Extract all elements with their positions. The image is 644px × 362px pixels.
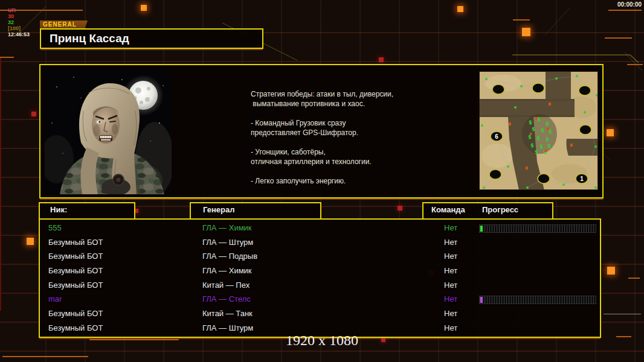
player-row: Безумный БОТ ГЛА — Штурм Нет [40, 235, 600, 250]
player-row: Безумный БОТ ГЛА — Подрыв Нет [40, 249, 600, 264]
map-preview: $$$ $$$ $$$ $$$ $$ [479, 71, 598, 190]
decor-line [604, 314, 641, 314]
fps-label: UR [8, 7, 16, 13]
player-nick: Безумный БОТ [48, 252, 103, 261]
decor-line [2, 356, 88, 357]
player-nick: mar [48, 294, 62, 303]
resolution-label: 1920 x 1080 [242, 332, 402, 349]
svg-text:$: $ [547, 143, 551, 149]
decor-square [27, 238, 34, 245]
player-team: Нет [444, 238, 457, 247]
player-row: Безумный БОТ Китай — Пех Нет [40, 278, 600, 293]
player-team: Нет [444, 294, 457, 303]
player-list: 555 ГЛА — Химик Нет Безумный БОТ ГЛА — Ш… [40, 221, 600, 337]
decor-line [513, 19, 530, 21]
decor-square [379, 57, 384, 62]
player-nick: Безумный БОТ [48, 323, 103, 332]
strategy-line: выматывание противника и хаос. [251, 99, 450, 109]
strategy-line: отличная артиллерия и технологии. [251, 157, 450, 167]
player-team: Нет [444, 252, 457, 261]
decor-line [627, 64, 643, 65]
clock-readout: 12:46:53 [8, 31, 30, 37]
player-loading-table: 555 ГЛА — Химик Нет Безумный БОТ ГЛА — Ш… [39, 218, 601, 338]
player-general: ГЛА — Штурм [202, 238, 253, 247]
decor-line [89, 339, 179, 340]
player-row: mar ГЛА — Стелс Нет [40, 292, 600, 306]
player-general: ГЛА — Химик [202, 266, 252, 275]
decor-square [457, 6, 463, 12]
svg-text:$: $ [546, 136, 549, 142]
player-general: ГЛА — Химик [202, 223, 252, 232]
fps-counter: UR 30 32 [100] 12:46:53 [2, 1, 32, 43]
general-tab: GENERAL [40, 21, 88, 29]
svg-text:$: $ [536, 135, 540, 141]
strategy-line [251, 109, 450, 118]
decor-square [607, 267, 615, 275]
strategy-line: предоставляет GPS-Шифратор. [251, 128, 450, 138]
svg-text:$: $ [535, 149, 538, 155]
svg-text:$: $ [541, 127, 544, 133]
player-team: Нет [444, 266, 457, 275]
player-nick: Безумный БОТ [48, 238, 103, 247]
progress-fill [480, 297, 483, 303]
progress-fill [480, 226, 483, 232]
strategy-line: - Командный Грузовик сразу [251, 118, 450, 128]
progress-header-label: Прогресс [482, 203, 518, 217]
strategy-line [251, 138, 450, 147]
column-header-team-progress: Команда Прогресс [422, 202, 553, 220]
svg-text:$: $ [529, 119, 532, 125]
progress-bar [479, 224, 596, 233]
decor-line [628, 278, 640, 279]
loading-screen: UR 30 32 [100] 12:46:53 00:00:00 GENERAL… [0, 0, 644, 362]
player-row: Безумный БОТ Китай — Танк Нет [40, 306, 600, 321]
player-general: ГЛА — Подрыв [202, 252, 257, 261]
player-nick: 555 [48, 223, 62, 232]
player-team: Нет [444, 323, 457, 332]
fps-value3: [100] [8, 25, 21, 31]
screen-edge-line [0, 57, 1, 311]
player-nick: Безумный БОТ [48, 309, 103, 318]
strategy-line: - Угонщики, саботёры, [251, 147, 450, 157]
start-marker-1: 1 [580, 176, 584, 182]
page-title: Принц Кассад [41, 30, 262, 48]
progress-bar [479, 296, 596, 304]
decor-square [31, 112, 36, 116]
game-timer: 00:00:00 [617, 1, 642, 8]
team-header-label: Команда [431, 203, 465, 217]
general-info-panel: Стратегия победы: атаки в тыл, диверсии,… [39, 64, 604, 198]
player-team: Нет [444, 223, 457, 232]
decor-line [616, 336, 631, 337]
strategy-line [251, 167, 450, 176]
general-header-label: Генерал [191, 203, 320, 217]
decor-line [608, 10, 642, 11]
general-title-box: Принц Кассад [40, 28, 263, 49]
decor-square [607, 129, 614, 136]
svg-text:$: $ [532, 126, 535, 132]
svg-text:$: $ [530, 142, 534, 148]
fps-value2: 32 [8, 19, 14, 25]
player-row: 555 ГЛА — Химик Нет [40, 221, 600, 235]
decor-square [522, 28, 530, 36]
nick-header-label: Ник: [40, 203, 134, 217]
fps-value1: 30 [8, 13, 14, 19]
start-marker-6: 6 [495, 133, 498, 140]
player-row: Безумный БОТ ГЛА — Химик Нет [40, 264, 600, 278]
svg-text:$: $ [546, 121, 549, 127]
player-general: ГЛА — Стелс [202, 294, 251, 303]
column-header-general: Генерал [190, 202, 321, 220]
decor-square [141, 5, 147, 11]
player-general: Китай — Пех [202, 281, 250, 290]
player-nick: Безумный БОТ [48, 281, 103, 290]
strategy-line: Стратегия победы: атаки в тыл, диверсии, [251, 89, 450, 99]
player-general: Китай — Танк [202, 309, 253, 318]
strategy-text: Стратегия победы: атаки в тыл, диверсии,… [251, 89, 450, 186]
general-portrait-image [45, 69, 172, 194]
column-header-nick: Ник: [39, 202, 135, 220]
strategy-line: - Легко заполучить энергию. [251, 176, 450, 186]
decor-line [0, 57, 14, 58]
player-general: ГЛА — Штурм [202, 323, 253, 332]
player-team: Нет [444, 309, 457, 318]
decor-square [398, 206, 402, 211]
decor-line [605, 37, 632, 39]
player-team: Нет [444, 281, 457, 290]
